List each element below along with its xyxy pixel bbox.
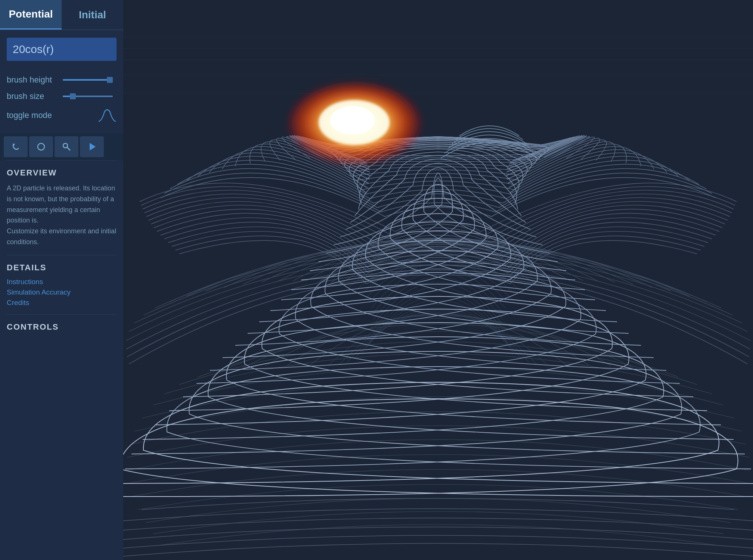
sidebar: Potential Initial brush height brush siz… [0,0,123,560]
details-links: Instructions Simulation Accuracy Credits [7,278,117,307]
brush-height-thumb[interactable] [107,77,113,83]
brush-height-fill [63,79,108,81]
link-simulation-accuracy[interactable]: Simulation Accuracy [7,288,117,296]
link-credits[interactable]: Credits [7,299,117,307]
controls-title: CONTROLS [7,322,117,332]
brush-height-slider[interactable] [63,79,113,81]
brush-height-label: brush height [7,75,59,85]
brush-height-row: brush height [7,75,117,85]
tab-bar: Potential Initial [0,0,123,30]
overview-text: A 2D particle is released. Its location … [7,183,117,248]
svg-line-4 [69,149,69,150]
controls-title-section: CONTROLS [0,315,123,345]
reset-button[interactable] [29,136,53,157]
svg-point-1 [38,143,44,150]
key-button[interactable] [55,136,78,157]
svg-marker-5 [90,143,96,150]
play-button[interactable] [80,136,104,157]
toggle-mode-row: toggle mode [7,108,117,123]
brush-size-row: brush size [7,91,117,101]
toggle-mode-icon[interactable] [98,108,117,123]
overview-section: OVERVIEW A 2D particle is released. Its … [0,161,123,255]
wave-visualization [123,0,753,560]
overview-title: OVERVIEW [7,168,117,178]
brush-size-slider[interactable] [63,96,113,97]
action-bar [0,133,123,160]
svg-line-3 [67,147,70,150]
formula-input[interactable] [7,38,117,61]
formula-section [0,30,123,65]
tab-initial[interactable]: Initial [62,0,123,29]
details-section: DETAILS Instructions Simulation Accuracy… [0,255,123,314]
details-title: DETAILS [7,263,117,273]
svg-rect-8 [123,0,753,560]
link-instructions[interactable]: Instructions [7,278,117,286]
brush-size-label: brush size [7,91,59,101]
svg-point-15 [330,106,375,134]
toggle-mode-label: toggle mode [7,111,59,120]
controls-section: brush height brush size toggle mode [0,65,123,133]
brush-size-thumb[interactable] [70,93,76,99]
app-container: Potential Initial brush height brush siz… [0,0,753,560]
main-view[interactable] [123,0,753,560]
undo-button[interactable] [4,136,28,157]
tab-potential[interactable]: Potential [0,0,62,29]
